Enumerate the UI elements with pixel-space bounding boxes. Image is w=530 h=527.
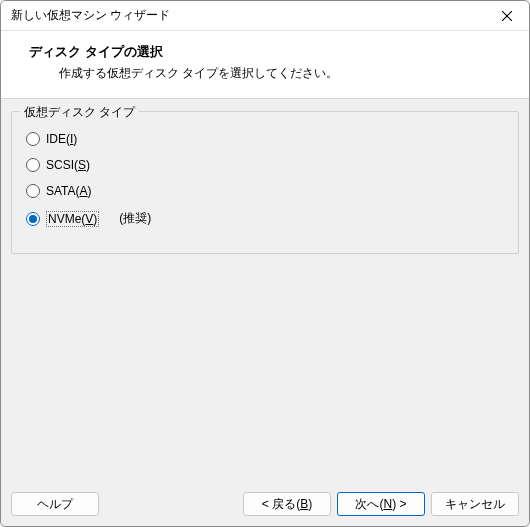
help-button[interactable]: ヘルプ bbox=[11, 492, 99, 516]
radio-option-ide[interactable]: IDE(I) bbox=[22, 126, 508, 152]
radio-icon bbox=[26, 212, 40, 226]
radio-option-scsi[interactable]: SCSI(S) bbox=[22, 152, 508, 178]
radio-label: SCSI(S) bbox=[46, 158, 90, 172]
radio-label: SATA(A) bbox=[46, 184, 92, 198]
back-button[interactable]: < 戻る(B) bbox=[243, 492, 331, 516]
close-icon bbox=[502, 11, 512, 21]
radio-icon bbox=[26, 158, 40, 172]
recommended-label: (推奨) bbox=[119, 210, 151, 227]
page-subtitle: 作成する仮想ディスク タイプを選択してください。 bbox=[29, 65, 509, 82]
button-bar: ヘルプ < 戻る(B) 次へ(N) > キャンセル bbox=[1, 484, 529, 526]
titlebar: 新しい仮想マシン ウィザード bbox=[1, 1, 529, 31]
radio-label: IDE(I) bbox=[46, 132, 77, 146]
close-button[interactable] bbox=[493, 4, 521, 28]
wizard-header: ディスク タイプの選択 作成する仮想ディスク タイプを選択してください。 bbox=[1, 31, 529, 99]
radio-option-nvme[interactable]: NVMe(V) (推奨) bbox=[22, 204, 508, 233]
radio-label: NVMe(V) bbox=[46, 211, 99, 227]
page-title: ディスク タイプの選択 bbox=[29, 43, 509, 61]
radio-icon bbox=[26, 132, 40, 146]
radio-icon bbox=[26, 184, 40, 198]
content-area: 仮想ディスク タイプ IDE(I) SCSI(S) SATA(A) NVMe(V… bbox=[1, 99, 529, 484]
next-button[interactable]: 次へ(N) > bbox=[337, 492, 425, 516]
group-legend: 仮想ディスク タイプ bbox=[20, 104, 139, 121]
cancel-button[interactable]: キャンセル bbox=[431, 492, 519, 516]
radio-option-sata[interactable]: SATA(A) bbox=[22, 178, 508, 204]
window-title: 新しい仮想マシン ウィザード bbox=[11, 7, 170, 24]
disk-type-group: 仮想ディスク タイプ IDE(I) SCSI(S) SATA(A) NVMe(V… bbox=[11, 111, 519, 254]
